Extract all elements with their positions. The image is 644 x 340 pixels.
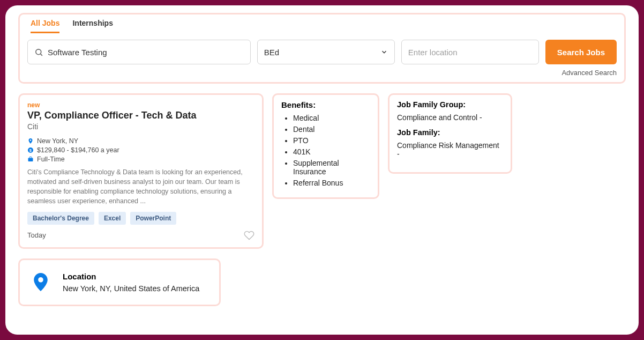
job-tags: Bachelor's Degree Excel PowerPoint xyxy=(27,212,254,225)
svg-point-0 xyxy=(36,49,41,54)
search-panel: All Jobs Internships BEd Search Jobs Adv… xyxy=(18,13,626,84)
tab-internships[interactable]: Internships xyxy=(72,19,113,33)
search-tabs: All Jobs Internships xyxy=(27,19,617,33)
job-family-value: Compliance Risk Management - xyxy=(397,141,503,158)
location-pin-icon xyxy=(27,138,34,144)
benefit-item: 401K xyxy=(293,147,370,156)
company-name: Citi xyxy=(27,122,254,131)
search-icon xyxy=(34,48,43,57)
new-badge: new xyxy=(27,101,254,109)
benefit-item: Dental xyxy=(293,125,370,134)
benefit-item: Supplemental Insurance xyxy=(293,159,370,176)
benefit-item: Medical xyxy=(293,114,370,122)
job-salary: $129,840 - $194,760 a year xyxy=(37,146,119,154)
svg-line-1 xyxy=(41,54,42,55)
benefits-card: Benefits: Medical Dental PTO 401K Supple… xyxy=(272,93,379,199)
tag: Bachelor's Degree xyxy=(27,212,94,225)
job-family-card: Job Family Group: Compliance and Control… xyxy=(388,93,512,174)
keyword-field-wrap[interactable] xyxy=(27,40,251,64)
job-description: Citi's Compliance Technology & Data team… xyxy=(27,167,254,206)
benefit-item: PTO xyxy=(293,136,370,145)
svg-rect-4 xyxy=(28,158,33,162)
benefits-heading: Benefits: xyxy=(281,100,370,109)
tag: Excel xyxy=(99,212,126,225)
education-value: BEd xyxy=(264,48,279,57)
tab-all-jobs[interactable]: All Jobs xyxy=(31,19,59,33)
search-button[interactable]: Search Jobs xyxy=(545,40,617,64)
job-title[interactable]: VP, Compliance Officer - Tech & Data xyxy=(27,110,254,121)
heart-icon[interactable] xyxy=(244,230,254,241)
job-family-group-value: Compliance and Control - xyxy=(397,113,503,122)
tag: PowerPoint xyxy=(130,212,176,225)
job-employment: Full-Time xyxy=(37,156,65,163)
posted-time: Today xyxy=(27,231,46,239)
education-select[interactable]: BEd xyxy=(257,40,395,64)
job-family-label: Job Family: xyxy=(397,128,503,137)
location-field-wrap[interactable] xyxy=(401,40,539,64)
advanced-search-link[interactable]: Advanced Search xyxy=(27,69,617,77)
job-family-group-label: Job Family Group: xyxy=(397,100,503,109)
job-card: new VP, Compliance Officer - Tech & Data… xyxy=(18,93,264,249)
location-input[interactable] xyxy=(408,48,532,57)
location-label: Location xyxy=(63,272,199,281)
job-location: New York, NY xyxy=(37,137,78,145)
chevron-down-icon xyxy=(380,48,388,56)
location-value: New York, NY, United States of America xyxy=(63,284,199,293)
dollar-icon: $ xyxy=(27,147,34,153)
benefit-item: Referral Bonus xyxy=(293,179,370,187)
location-pin-large-icon xyxy=(34,273,48,291)
keyword-input[interactable] xyxy=(48,48,244,57)
svg-text:$: $ xyxy=(29,149,32,153)
location-card: Location New York, NY, United States of … xyxy=(18,258,221,306)
briefcase-icon xyxy=(27,156,34,162)
